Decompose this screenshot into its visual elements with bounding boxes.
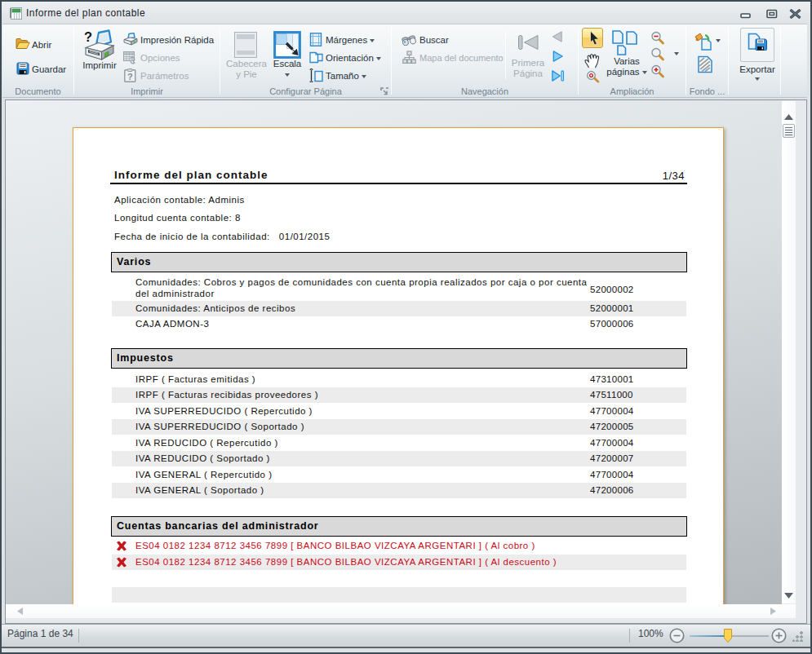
svg-text:?: ?	[127, 72, 133, 82]
svg-text:?: ?	[84, 29, 92, 44]
